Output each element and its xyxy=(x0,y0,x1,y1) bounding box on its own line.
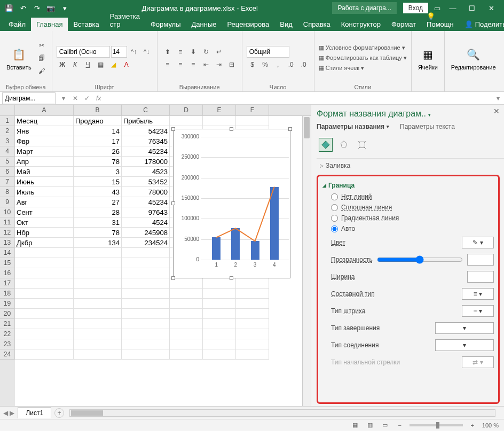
row-header[interactable]: 9 xyxy=(0,197,15,207)
horizontal-scrollbar[interactable] xyxy=(69,409,495,417)
save-icon[interactable]: 💾 xyxy=(3,2,15,14)
conditional-formatting-button[interactable]: ▦ Условное форматирование ▾ xyxy=(319,44,407,51)
cell[interactable]: 54234 xyxy=(122,126,170,136)
row-header[interactable]: 10 xyxy=(0,207,15,217)
cell[interactable]: 97643 xyxy=(122,207,170,217)
width-input[interactable] xyxy=(467,271,494,283)
percent-icon[interactable]: % xyxy=(259,59,271,71)
radio-no-line[interactable]: Нет линий xyxy=(322,191,494,202)
cell[interactable]: 53452 xyxy=(122,177,170,187)
cell[interactable] xyxy=(236,289,269,299)
cell[interactable] xyxy=(15,258,74,268)
row-header[interactable]: 11 xyxy=(0,217,15,228)
tab-chart-design[interactable]: Конструктор xyxy=(336,18,386,31)
cell[interactable]: 45234 xyxy=(122,197,170,207)
close-button[interactable]: ✕ xyxy=(482,0,501,16)
cell[interactable] xyxy=(122,339,170,349)
cell[interactable]: 3 xyxy=(74,167,122,177)
cell[interactable] xyxy=(170,329,203,339)
row-header[interactable]: 22 xyxy=(0,329,15,339)
cell[interactable] xyxy=(203,299,236,309)
column-header[interactable]: A xyxy=(15,105,74,115)
row-header[interactable]: 19 xyxy=(0,299,15,309)
cell[interactable] xyxy=(170,349,203,360)
tab-tell-me[interactable]: 💡 Помощн xyxy=(421,10,459,31)
row-header[interactable]: 16 xyxy=(0,268,15,278)
cell[interactable] xyxy=(236,339,269,349)
font-size-input[interactable] xyxy=(111,46,127,58)
row-header[interactable]: 13 xyxy=(0,238,15,248)
fx-icon[interactable]: fx xyxy=(93,95,104,102)
increase-decimal-icon[interactable]: .0 xyxy=(285,59,297,71)
decrease-indent-icon[interactable]: ⇤ xyxy=(200,59,212,71)
cell[interactable] xyxy=(170,339,203,349)
cell[interactable] xyxy=(15,289,74,299)
tab-title-options[interactable]: Параметры названия ▾ xyxy=(317,123,389,130)
tab-data[interactable]: Данные xyxy=(186,18,222,31)
compound-type-picker[interactable]: ≡ ▾ xyxy=(462,288,494,300)
undo-icon[interactable]: ↶ xyxy=(17,2,29,14)
cell[interactable]: Май xyxy=(15,167,74,177)
cell[interactable] xyxy=(170,309,203,319)
cell[interactable]: Фвр xyxy=(15,136,74,146)
cell[interactable] xyxy=(15,248,74,258)
cell[interactable] xyxy=(236,278,269,289)
camera-icon[interactable]: 📷 xyxy=(45,2,57,14)
decrease-decimal-icon[interactable]: .0 xyxy=(298,59,310,71)
cell[interactable]: 28 xyxy=(74,207,122,217)
zoom-slider[interactable] xyxy=(410,424,463,426)
cell[interactable] xyxy=(170,289,203,299)
cell[interactable]: 4523 xyxy=(122,167,170,177)
cell[interactable] xyxy=(15,329,74,339)
cell[interactable] xyxy=(203,309,236,319)
number-format-select[interactable] xyxy=(247,46,289,58)
share-button[interactable]: 👤Поделиться xyxy=(459,18,504,31)
column-header[interactable]: C xyxy=(122,105,170,115)
tab-chart-format[interactable]: Формат xyxy=(386,18,421,31)
cells-area[interactable]: 0500001000001500002000002500003000001234… xyxy=(15,116,302,406)
tab-help[interactable]: Справка xyxy=(298,18,336,31)
cap-type-select[interactable]: ▾ xyxy=(435,322,494,334)
wrap-text-icon[interactable]: ↵ xyxy=(213,46,225,58)
transparency-input[interactable] xyxy=(467,254,494,266)
close-pane-icon[interactable]: ✕ xyxy=(493,107,500,115)
cell[interactable] xyxy=(15,268,74,278)
cell[interactable] xyxy=(236,329,269,339)
vertical-scrollbar[interactable] xyxy=(302,116,311,406)
radio-solid-line[interactable]: Сплошная линия xyxy=(322,202,494,213)
cell[interactable] xyxy=(203,339,236,349)
tab-home[interactable]: Главная xyxy=(31,18,68,31)
editing-button[interactable]: 🔍 Редактирование xyxy=(449,45,498,72)
zoom-in-icon[interactable]: + xyxy=(467,421,478,430)
cell[interactable] xyxy=(15,349,74,360)
cell[interactable]: Окт xyxy=(15,217,74,228)
cell[interactable] xyxy=(122,248,170,258)
row-header[interactable]: 3 xyxy=(0,136,15,146)
tab-page-layout[interactable]: Разметка стр xyxy=(105,10,145,31)
cell[interactable] xyxy=(15,299,74,309)
page-layout-view-icon[interactable]: ▥ xyxy=(365,421,375,430)
effects-category-icon[interactable] xyxy=(337,138,351,152)
cell[interactable] xyxy=(170,299,203,309)
tab-review[interactable]: Рецензирова xyxy=(222,18,275,31)
cell[interactable] xyxy=(74,248,122,258)
row-header[interactable]: 6 xyxy=(0,167,15,177)
row-header[interactable]: 15 xyxy=(0,258,15,268)
border-icon[interactable]: ▦ xyxy=(95,59,107,71)
cell[interactable]: 78000 xyxy=(122,187,170,197)
cell[interactable] xyxy=(122,299,170,309)
currency-icon[interactable]: $ xyxy=(247,59,258,71)
tab-text-options[interactable]: Параметры текста xyxy=(400,123,455,130)
cell[interactable] xyxy=(203,289,236,299)
comma-icon[interactable]: , xyxy=(272,59,284,71)
zoom-out-icon[interactable]: − xyxy=(395,421,405,430)
cell[interactable] xyxy=(15,339,74,349)
underline-icon[interactable]: Ч xyxy=(82,59,94,71)
cell[interactable] xyxy=(122,278,170,289)
row-header[interactable]: 5 xyxy=(0,157,15,167)
column-header[interactable]: F xyxy=(236,105,269,115)
row-header[interactable]: 12 xyxy=(0,228,15,238)
cancel-icon[interactable]: ✕ xyxy=(69,92,81,104)
select-all-corner[interactable] xyxy=(0,105,15,115)
cell[interactable]: Апр xyxy=(15,157,74,167)
